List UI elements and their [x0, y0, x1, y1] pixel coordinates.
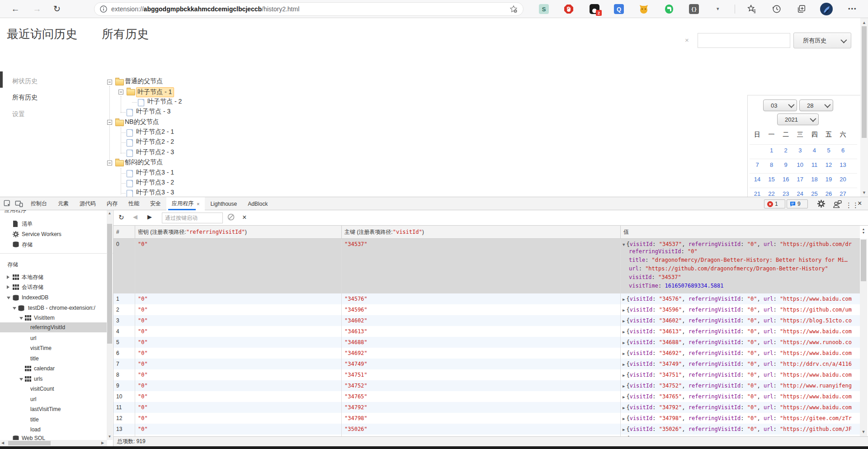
calendar-day[interactable]: 3 — [793, 147, 807, 154]
calendar-day[interactable]: 20 — [836, 176, 850, 183]
storage-item-会话存储[interactable]: 会话存储 — [0, 282, 107, 292]
device-toolbar-icon[interactable] — [15, 200, 23, 208]
calendar-day[interactable]: 1 — [765, 147, 778, 154]
favorites-icon[interactable] — [747, 4, 757, 14]
calendar-day[interactable]: 13 — [836, 161, 850, 168]
calendar-day[interactable]: 7 — [750, 161, 764, 168]
issues-people-icon[interactable] — [833, 200, 841, 208]
sidebar-horizontal-scrollbar[interactable]: ◀ ▶ — [0, 440, 107, 446]
devtools-close-icon[interactable]: × — [858, 199, 862, 208]
storage-item-calendar[interactable]: calendar — [0, 364, 107, 373]
table-row[interactable]: 10"0""34765"▶{visitId: "34765", referrin… — [113, 391, 860, 402]
scrollbar-thumb[interactable] — [861, 240, 866, 281]
collections-icon[interactable] — [797, 4, 807, 14]
reload-icon[interactable]: ↻ — [51, 3, 63, 15]
tree-node-label[interactable]: 叶子节点3 - 1 — [136, 169, 174, 177]
search-input[interactable] — [698, 33, 790, 48]
value-preview[interactable]: ▶{visitId: "34749", referringVisitId: "0… — [621, 359, 860, 367]
storage-item-visitTime[interactable]: visitTime — [0, 343, 107, 353]
scroll-down-icon[interactable]: ▼ — [860, 430, 867, 434]
table-row[interactable]: 13"0""35026"▶{visitId: "35026", referrin… — [113, 424, 860, 435]
grid-scrollbar[interactable]: ▼ — [860, 239, 867, 436]
value-preview[interactable]: ▶{visitId: "35026", referringVisitId: "0… — [621, 424, 860, 432]
column-primary-key[interactable]: 主键 (注册表项路径: "visitId") — [342, 226, 621, 238]
scroll-up-icon[interactable]: ▲ — [860, 20, 868, 25]
devtools-tab-性能[interactable]: 性能 — [123, 197, 145, 210]
storage-item-url[interactable]: url — [0, 333, 107, 343]
refresh-icon[interactable]: ↻ — [118, 213, 124, 222]
calendar-day[interactable]: 6 — [836, 147, 850, 154]
value-preview[interactable]: ▶{visitId: "34751", referringVisitId: "0… — [621, 369, 860, 378]
page-scrollbar[interactable]: ▲ ▼ — [860, 18, 868, 197]
value-preview[interactable]: ▼{visitId: "34537", referringVisitId: "0… — [621, 239, 860, 247]
extensions-caret-icon[interactable]: ▾ — [717, 6, 719, 12]
scroll-down-icon[interactable]: ▼ — [860, 190, 868, 195]
value-preview[interactable]: ▶{visitId: "34765", referringVisitId: "0… — [621, 391, 860, 400]
table-row[interactable]: 9"0""34752"▶{visitId: "34752", referring… — [113, 380, 860, 391]
calendar-day[interactable]: 17 — [793, 176, 807, 183]
profile-avatar[interactable] — [820, 3, 833, 15]
value-preview[interactable]: ▶{visitId: "34752", referringVisitId: "0… — [621, 380, 860, 389]
scrollbar-thumb[interactable] — [8, 441, 51, 445]
scroll-right-icon[interactable]: ▶ — [101, 441, 104, 445]
year-select[interactable]: 2021 — [777, 113, 819, 125]
collapsed-arrow-icon[interactable] — [7, 275, 9, 279]
sidebar-item-2[interactable]: 所有历史 — [12, 94, 38, 102]
extension-hand-icon[interactable] — [564, 4, 574, 14]
calendar-day[interactable]: 15 — [765, 176, 778, 183]
tree-node-label[interactable]: 叶子节点2 - 1 — [136, 128, 174, 136]
value-preview[interactable]: ▶{visitId: "34798", referringVisitId: "0… — [621, 413, 860, 421]
storage-item-referringVisitId[interactable]: referringVisitId — [0, 322, 107, 332]
value-preview[interactable]: ▶{visitId: "34613", referringVisitId: "0… — [621, 326, 860, 335]
table-row[interactable]: 5"0""34688"▶{visitId: "34688", referring… — [113, 337, 860, 348]
table-row[interactable]: 6"0""34692"▶{visitId: "34692", referring… — [113, 348, 860, 359]
storage-item-url[interactable]: url — [0, 394, 107, 404]
inspect-element-icon[interactable] — [4, 200, 12, 208]
scrollbar-thumb[interactable] — [107, 224, 112, 344]
expanded-arrow-icon[interactable] — [19, 317, 23, 320]
table-row[interactable]: 7"0""34749"▶{visitId: "34749", referring… — [113, 359, 860, 369]
value-preview[interactable]: ▶{visitId: "34692", referringVisitId: "0… — [621, 348, 860, 356]
value-preview[interactable]: ▶{visitId: "34792", referringVisitId: "0… — [621, 402, 860, 411]
sidebar-item-Service Workers[interactable]: Service Workers — [0, 229, 107, 239]
scrollbar-thumb[interactable] — [862, 26, 867, 138]
collapsed-arrow-icon[interactable] — [7, 285, 9, 289]
sidebar-vertical-scrollbar[interactable]: ▲ ▼ — [107, 210, 113, 440]
tree-node-label[interactable]: NB的父节点 — [125, 118, 159, 126]
tree-node-label[interactable]: 叶子节点2 - 2 — [136, 138, 174, 146]
column-key[interactable]: 密钥 (注册表项路径: "referringVisitId") — [135, 226, 342, 238]
devtools-tab-内存[interactable]: 内存 — [101, 197, 123, 210]
tree-collapse-icon[interactable] — [107, 161, 112, 165]
table-row[interactable]: 1"0""34576"▶{visitId: "34576", referring… — [113, 293, 860, 304]
calendar-day[interactable]: 23 — [779, 190, 793, 197]
storage-item-urls[interactable]: urls — [0, 374, 107, 384]
sidebar-item-1[interactable]: 树状历史 — [12, 77, 38, 85]
devtools-more-icon[interactable]: ⋮⋮ — [845, 201, 859, 209]
tree-node-label[interactable]: 叶子节点3 - 3 — [136, 189, 174, 197]
column-resize-arrows[interactable]: ▲▼ — [861, 227, 866, 235]
calendar-day[interactable]: 22 — [765, 190, 778, 197]
calendar-day[interactable]: 10 — [793, 161, 807, 168]
devtools-tab-Lighthouse[interactable]: Lighthouse — [205, 197, 242, 210]
table-row[interactable]: 8"0""34751"▶{visitId: "34751", referring… — [113, 369, 860, 380]
extension-cat-icon[interactable] — [639, 4, 649, 14]
tree-collapse-icon[interactable] — [107, 80, 112, 85]
expanded-arrow-icon[interactable] — [7, 297, 10, 299]
table-row[interactable]: 0"0""34537"▼{visitId: "34537", referring… — [113, 239, 860, 293]
expanded-arrow-icon[interactable] — [13, 307, 16, 310]
extension-q-icon[interactable]: Q — [614, 4, 624, 14]
tree-node-label[interactable]: 叶子节点 - 1 — [136, 87, 174, 97]
url-text[interactable]: extension://abggodgmpbckkahmcdcemigclbcj… — [111, 5, 299, 13]
tree-node-label[interactable]: 叶子节点2 - 3 — [136, 148, 174, 156]
calendar-day[interactable]: 21 — [750, 190, 764, 197]
tree-collapse-icon[interactable] — [118, 90, 123, 95]
message-badge[interactable]: 9 — [787, 199, 808, 208]
settings-gear-icon[interactable] — [817, 200, 826, 208]
tree-node-label[interactable]: 叶子节点 - 3 — [136, 108, 170, 116]
value-preview[interactable]: ▶{visitId: "34602", referringVisitId: "0… — [621, 315, 860, 324]
address-bar[interactable]: extension://abggodgmpbckkahmcdcemigclbcj… — [94, 2, 524, 16]
back-icon[interactable]: ← — [9, 3, 21, 15]
table-row[interactable]: 11"0""34792"▶{visitId: "34792", referrin… — [113, 402, 860, 413]
tree-collapse-icon[interactable] — [107, 120, 112, 125]
extension-tv-icon[interactable]: 2 — [590, 4, 599, 14]
